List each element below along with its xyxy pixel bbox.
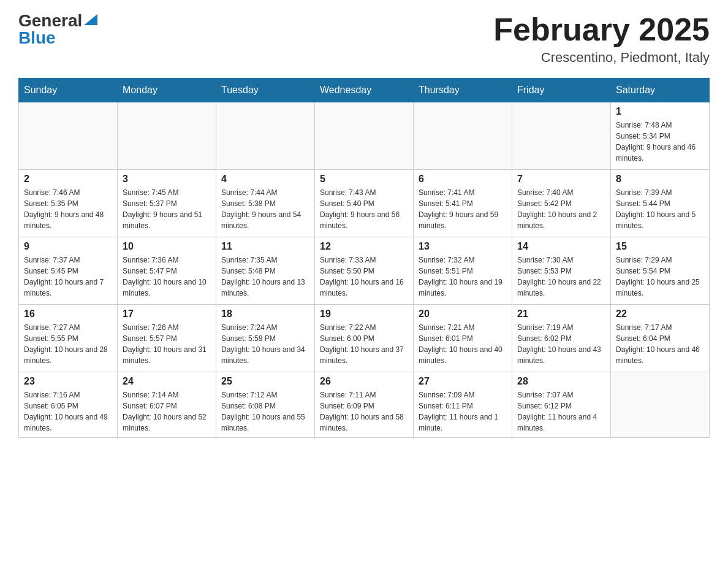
calendar-cell [216, 102, 315, 170]
calendar-cell: 20Sunrise: 7:21 AMSunset: 6:01 PMDayligh… [414, 305, 512, 372]
calendar-cell: 28Sunrise: 7:07 AMSunset: 6:12 PMDayligh… [512, 372, 611, 438]
day-number: 14 [517, 241, 605, 252]
calendar-cell [414, 102, 512, 170]
day-info: Sunrise: 7:27 AMSunset: 5:55 PMDaylight:… [24, 322, 112, 366]
day-number: 19 [320, 308, 408, 320]
day-number: 20 [419, 308, 507, 320]
day-number: 28 [517, 376, 605, 387]
day-info: Sunrise: 7:46 AMSunset: 5:35 PMDaylight:… [24, 187, 112, 231]
day-info: Sunrise: 7:29 AMSunset: 5:54 PMDaylight:… [616, 255, 704, 299]
calendar-cell [19, 102, 118, 170]
calendar-cell: 7Sunrise: 7:40 AMSunset: 5:42 PMDaylight… [512, 170, 611, 237]
day-number: 23 [24, 376, 112, 387]
day-number: 12 [320, 241, 408, 252]
day-number: 24 [123, 376, 211, 387]
day-info: Sunrise: 7:19 AMSunset: 6:02 PMDaylight:… [517, 322, 605, 366]
logo-general-text: General [18, 12, 82, 29]
day-info: Sunrise: 7:48 AMSunset: 5:34 PMDaylight:… [616, 120, 704, 164]
day-number: 10 [123, 241, 211, 252]
day-info: Sunrise: 7:09 AMSunset: 6:11 PMDaylight:… [419, 389, 507, 434]
calendar-cell: 21Sunrise: 7:19 AMSunset: 6:02 PMDayligh… [512, 305, 611, 372]
day-info: Sunrise: 7:36 AMSunset: 5:47 PMDaylight:… [123, 255, 211, 299]
calendar-week-row: 23Sunrise: 7:16 AMSunset: 6:05 PMDayligh… [19, 372, 710, 438]
day-number: 6 [419, 174, 507, 185]
day-info: Sunrise: 7:24 AMSunset: 5:58 PMDaylight:… [221, 322, 309, 366]
calendar-cell: 27Sunrise: 7:09 AMSunset: 6:11 PMDayligh… [414, 372, 512, 438]
day-info: Sunrise: 7:07 AMSunset: 6:12 PMDaylight:… [517, 389, 605, 434]
day-info: Sunrise: 7:21 AMSunset: 6:01 PMDaylight:… [419, 322, 507, 366]
calendar-cell: 10Sunrise: 7:36 AMSunset: 5:47 PMDayligh… [118, 237, 216, 305]
day-number: 2 [24, 174, 112, 185]
month-title: February 2025 [493, 12, 710, 47]
calendar-cell [315, 102, 414, 170]
day-number: 8 [616, 174, 704, 185]
day-info: Sunrise: 7:12 AMSunset: 6:08 PMDaylight:… [221, 389, 309, 434]
calendar-cell: 18Sunrise: 7:24 AMSunset: 5:58 PMDayligh… [216, 305, 315, 372]
day-number: 17 [123, 308, 211, 320]
logo: General Blue [18, 12, 97, 47]
calendar-cell: 15Sunrise: 7:29 AMSunset: 5:54 PMDayligh… [611, 237, 710, 305]
calendar-cell: 17Sunrise: 7:26 AMSunset: 5:57 PMDayligh… [118, 305, 216, 372]
day-info: Sunrise: 7:45 AMSunset: 5:37 PMDaylight:… [123, 187, 211, 231]
day-number: 1 [616, 106, 704, 117]
calendar-week-row: 16Sunrise: 7:27 AMSunset: 5:55 PMDayligh… [19, 305, 710, 372]
calendar-week-row: 9Sunrise: 7:37 AMSunset: 5:45 PMDaylight… [19, 237, 710, 305]
calendar-cell: 26Sunrise: 7:11 AMSunset: 6:09 PMDayligh… [315, 372, 414, 438]
day-info: Sunrise: 7:33 AMSunset: 5:50 PMDaylight:… [320, 255, 408, 299]
page-header: General Blue February 2025 Crescentino, … [18, 12, 710, 66]
day-number: 11 [221, 241, 309, 252]
day-info: Sunrise: 7:35 AMSunset: 5:48 PMDaylight:… [221, 255, 309, 299]
calendar-day-header: Wednesday [315, 79, 414, 102]
calendar-cell [512, 102, 611, 170]
day-info: Sunrise: 7:22 AMSunset: 6:00 PMDaylight:… [320, 322, 408, 366]
calendar-table: SundayMondayTuesdayWednesdayThursdayFrid… [18, 78, 710, 438]
day-info: Sunrise: 7:26 AMSunset: 5:57 PMDaylight:… [123, 322, 211, 366]
calendar-cell: 23Sunrise: 7:16 AMSunset: 6:05 PMDayligh… [19, 372, 118, 438]
day-number: 21 [517, 308, 605, 320]
day-number: 22 [616, 308, 704, 320]
day-number: 16 [24, 308, 112, 320]
day-number: 25 [221, 376, 309, 387]
logo-arrow-icon [84, 14, 97, 25]
day-number: 3 [123, 174, 211, 185]
day-number: 4 [221, 174, 309, 185]
calendar-day-header: Monday [118, 79, 216, 102]
calendar-cell: 25Sunrise: 7:12 AMSunset: 6:08 PMDayligh… [216, 372, 315, 438]
day-info: Sunrise: 7:41 AMSunset: 5:41 PMDaylight:… [419, 187, 507, 231]
day-number: 27 [419, 376, 507, 387]
day-info: Sunrise: 7:14 AMSunset: 6:07 PMDaylight:… [123, 389, 211, 434]
day-info: Sunrise: 7:32 AMSunset: 5:51 PMDaylight:… [419, 255, 507, 299]
day-info: Sunrise: 7:30 AMSunset: 5:53 PMDaylight:… [517, 255, 605, 299]
day-info: Sunrise: 7:16 AMSunset: 6:05 PMDaylight:… [24, 389, 112, 434]
calendar-week-row: 1Sunrise: 7:48 AMSunset: 5:34 PMDaylight… [19, 102, 710, 170]
calendar-cell [118, 102, 216, 170]
calendar-day-header: Sunday [19, 79, 118, 102]
day-info: Sunrise: 7:17 AMSunset: 6:04 PMDaylight:… [616, 322, 704, 366]
svg-marker-0 [84, 14, 97, 25]
calendar-cell: 1Sunrise: 7:48 AMSunset: 5:34 PMDaylight… [611, 102, 710, 170]
day-number: 18 [221, 308, 309, 320]
calendar-day-header: Saturday [611, 79, 710, 102]
calendar-week-row: 2Sunrise: 7:46 AMSunset: 5:35 PMDaylight… [19, 170, 710, 237]
day-number: 26 [320, 376, 408, 387]
calendar-day-header: Tuesday [216, 79, 315, 102]
calendar-cell: 3Sunrise: 7:45 AMSunset: 5:37 PMDaylight… [118, 170, 216, 237]
calendar-cell: 24Sunrise: 7:14 AMSunset: 6:07 PMDayligh… [118, 372, 216, 438]
calendar-cell: 9Sunrise: 7:37 AMSunset: 5:45 PMDaylight… [19, 237, 118, 305]
calendar-cell: 16Sunrise: 7:27 AMSunset: 5:55 PMDayligh… [19, 305, 118, 372]
logo-blue-text: Blue [18, 29, 56, 47]
day-info: Sunrise: 7:44 AMSunset: 5:38 PMDaylight:… [221, 187, 309, 231]
calendar-cell: 11Sunrise: 7:35 AMSunset: 5:48 PMDayligh… [216, 237, 315, 305]
calendar-cell: 22Sunrise: 7:17 AMSunset: 6:04 PMDayligh… [611, 305, 710, 372]
day-info: Sunrise: 7:43 AMSunset: 5:40 PMDaylight:… [320, 187, 408, 231]
calendar-cell: 4Sunrise: 7:44 AMSunset: 5:38 PMDaylight… [216, 170, 315, 237]
calendar-cell: 13Sunrise: 7:32 AMSunset: 5:51 PMDayligh… [414, 237, 512, 305]
calendar-cell: 8Sunrise: 7:39 AMSunset: 5:44 PMDaylight… [611, 170, 710, 237]
calendar-cell: 6Sunrise: 7:41 AMSunset: 5:41 PMDaylight… [414, 170, 512, 237]
day-info: Sunrise: 7:11 AMSunset: 6:09 PMDaylight:… [320, 389, 408, 434]
calendar-cell [611, 372, 710, 438]
day-number: 15 [616, 241, 704, 252]
title-section: February 2025 Crescentino, Piedmont, Ita… [493, 12, 710, 66]
calendar-cell: 14Sunrise: 7:30 AMSunset: 5:53 PMDayligh… [512, 237, 611, 305]
calendar-cell: 2Sunrise: 7:46 AMSunset: 5:35 PMDaylight… [19, 170, 118, 237]
